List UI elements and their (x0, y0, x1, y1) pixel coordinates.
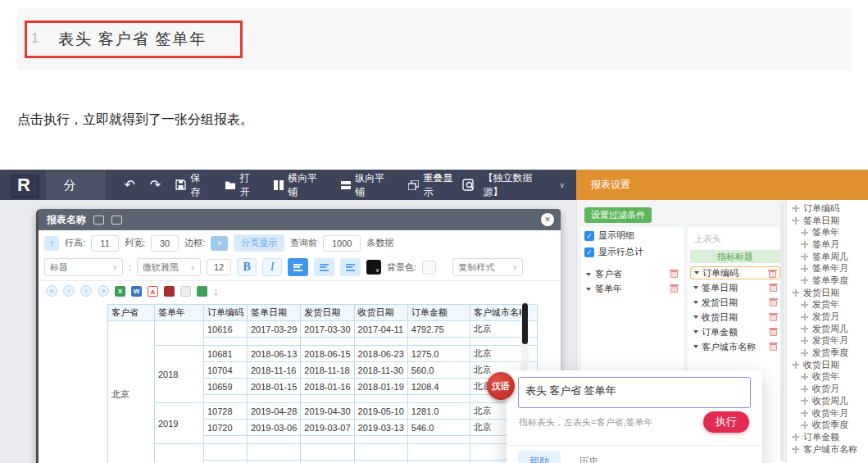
trash-icon[interactable] (769, 270, 776, 278)
trash-icon[interactable] (670, 270, 678, 278)
move-icon[interactable] (801, 253, 808, 261)
window-titlebar[interactable]: 报表名称 ✕ (39, 209, 561, 230)
show-row-total-checkbox-row[interactable]: ✓ 显示行总计 (581, 243, 684, 260)
tile-horizontal-button[interactable]: 横向平铺 (274, 171, 326, 199)
metric-field-receive-date[interactable]: 收货日期 (690, 311, 780, 324)
download-icon[interactable]: ↓ (213, 286, 219, 297)
export-word-icon[interactable]: W (131, 286, 142, 297)
caret-down-icon[interactable] (694, 271, 699, 275)
trash-icon[interactable] (770, 298, 777, 306)
tab-history[interactable]: 历史 (567, 451, 610, 463)
tab-help[interactable]: 帮助 (518, 451, 561, 463)
list-item[interactable]: 收货日期 (792, 359, 868, 371)
first-page-icon[interactable]: « (46, 285, 57, 297)
window-restore-icon[interactable] (93, 216, 104, 225)
move-icon[interactable] (801, 229, 808, 236)
print-icon[interactable] (164, 286, 175, 297)
list-item[interactable]: 收货周几 (792, 395, 868, 407)
list-item[interactable]: 签单日期 (792, 215, 868, 227)
list-item[interactable]: 发货年月 (792, 335, 868, 347)
paging-toggle[interactable]: 分页显示 (234, 234, 284, 252)
caret-down-icon[interactable] (693, 301, 698, 304)
trash-icon[interactable] (770, 343, 777, 351)
checkbox-checked-icon[interactable]: ✓ (584, 247, 594, 257)
tab-analysis[interactable]: 分析 (46, 170, 107, 200)
move-icon[interactable] (792, 361, 799, 369)
font-size-input[interactable]: 12 (207, 259, 231, 275)
export-pdf-icon[interactable]: A (148, 286, 158, 297)
list-item[interactable]: 收货年月 (792, 407, 868, 420)
metric-field-amount[interactable]: 订单金额 (690, 325, 780, 338)
move-icon[interactable] (801, 385, 808, 393)
set-filter-button[interactable]: 设置过滤条件 (584, 207, 652, 223)
close-icon[interactable]: ✕ (541, 213, 554, 226)
italic-button[interactable]: I (262, 258, 282, 276)
move-icon[interactable] (801, 325, 808, 333)
caret-down-icon[interactable] (693, 345, 698, 348)
scrollbar-thumb[interactable] (522, 303, 528, 344)
move-icon[interactable] (801, 265, 808, 272)
row-up-icon[interactable]: ↑ (44, 236, 59, 251)
list-item[interactable]: 签单周几 (792, 251, 868, 263)
metric-field-sign-date[interactable]: 签单日期 (690, 281, 780, 294)
border-style-dropdown[interactable]: ∨ (211, 236, 228, 251)
style-target-select[interactable]: 标题∨ (44, 258, 123, 276)
checkbox-checked-icon[interactable]: ✓ (584, 231, 594, 241)
panel-scrollbar[interactable] (780, 202, 784, 461)
list-item[interactable]: 订单金额 (792, 431, 868, 443)
list-item[interactable]: 签单年 (792, 226, 868, 238)
list-item[interactable]: 发货月 (792, 311, 868, 323)
metric-field-ship-date[interactable]: 发货日期 (690, 296, 780, 309)
move-icon[interactable] (801, 301, 808, 308)
list-item[interactable]: 订单编码 (792, 202, 868, 215)
language-badge[interactable]: 汉语 (487, 372, 515, 400)
caret-down-icon[interactable] (693, 286, 698, 289)
list-item[interactable]: 签单月 (792, 238, 868, 251)
font-family-select[interactable]: 微软雅黑∨ (137, 258, 201, 276)
list-item[interactable]: 发货季度 (792, 347, 868, 359)
move-icon[interactable] (801, 410, 808, 417)
execute-button[interactable]: 执行 (703, 411, 749, 433)
list-item[interactable]: 发货年 (792, 299, 868, 311)
move-icon[interactable] (792, 446, 799, 453)
trash-icon[interactable] (770, 313, 777, 321)
window-popout-icon[interactable] (111, 216, 122, 225)
move-icon[interactable] (801, 241, 808, 248)
trash-icon[interactable] (770, 328, 777, 336)
trash-icon[interactable] (770, 284, 777, 292)
document-icon[interactable] (180, 286, 191, 297)
background-color-picker[interactable] (422, 261, 436, 275)
trash-icon[interactable] (670, 284, 678, 293)
list-item[interactable]: 收货年 (792, 371, 868, 384)
show-detail-checkbox-row[interactable]: ✓ 显示明细 (581, 227, 684, 243)
metric-field-order-id[interactable]: 订单编码 (690, 266, 780, 279)
open-button[interactable]: 打开 (225, 171, 259, 199)
list-item[interactable]: 发货周几 (792, 323, 868, 335)
move-icon[interactable] (792, 217, 799, 225)
move-icon[interactable] (801, 349, 808, 356)
export-excel-icon[interactable]: X (115, 286, 125, 297)
list-item[interactable]: 签单季度 (792, 275, 868, 287)
caret-down-icon[interactable] (693, 315, 698, 319)
query-count-input[interactable]: 1000 (323, 235, 361, 252)
list-item[interactable]: 收货月 (792, 383, 868, 395)
save-button[interactable]: 保存 (175, 171, 209, 199)
move-icon[interactable] (801, 421, 808, 429)
left-field-sign-year[interactable]: 签单年 (583, 282, 682, 296)
last-page-icon[interactable]: » (98, 285, 109, 297)
next-page-icon[interactable]: › (80, 285, 92, 297)
tile-vertical-button[interactable]: 纵向平铺 (341, 171, 393, 199)
move-icon[interactable] (792, 433, 799, 441)
move-icon[interactable] (801, 337, 808, 344)
font-color-swatch[interactable]: ∨ (366, 260, 381, 275)
move-icon[interactable] (801, 397, 808, 405)
metric-field-city[interactable]: 客户城市名称 (690, 340, 780, 353)
redo-icon[interactable]: ↷ (150, 179, 161, 192)
move-icon[interactable] (801, 277, 808, 284)
undo-icon[interactable]: ↶ (124, 179, 134, 192)
caret-down-icon[interactable] (693, 330, 698, 334)
caret-down-icon[interactable] (586, 288, 591, 291)
left-field-province[interactable]: 客户省 (583, 267, 682, 281)
list-item[interactable]: 签单年月 (792, 262, 868, 275)
col-width-input[interactable]: 30 (151, 235, 179, 252)
